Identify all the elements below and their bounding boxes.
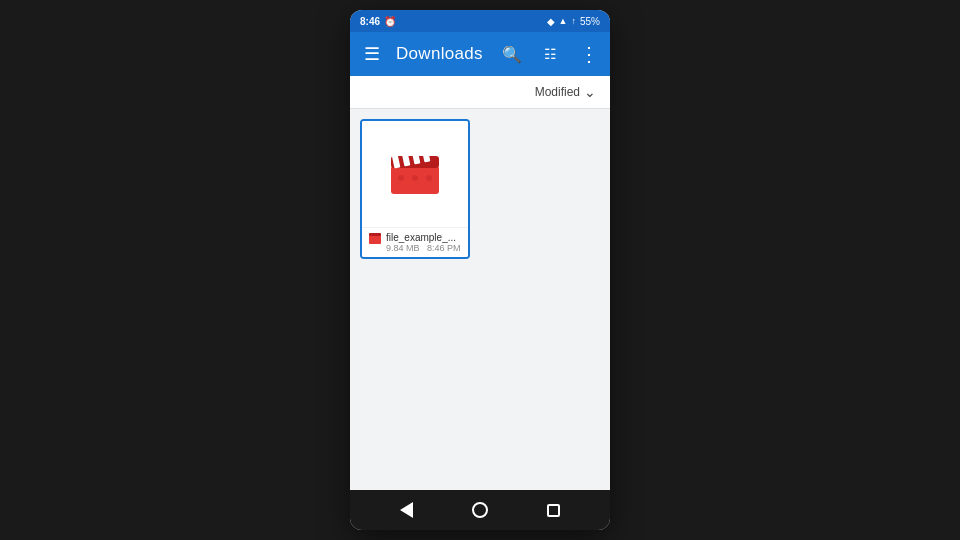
- more-vert-icon[interactable]: ⋮: [576, 42, 600, 66]
- file-details: file_example_... 9.84 MB 8:46 PM: [386, 232, 461, 253]
- file-thumbnail: [362, 121, 468, 227]
- alarm-icon: ⏰: [384, 16, 396, 27]
- content-area: file_example_... 9.84 MB 8:46 PM: [350, 109, 610, 490]
- page-title: Downloads: [396, 44, 488, 64]
- file-item[interactable]: file_example_... 9.84 MB 8:46 PM: [360, 119, 470, 259]
- chevron-down-icon[interactable]: ⌄: [584, 84, 596, 100]
- file-grid: file_example_... 9.84 MB 8:46 PM: [360, 119, 600, 259]
- file-meta: 9.84 MB 8:46 PM: [386, 243, 461, 253]
- svg-point-6: [398, 175, 404, 181]
- svg-rect-10: [369, 233, 381, 236]
- recent-apps-button[interactable]: [535, 492, 571, 528]
- status-bar-right: ◆ ▲ ↑ 55%: [547, 16, 600, 27]
- svg-rect-9: [369, 235, 381, 244]
- phone-container: 8:46 ⏰ ◆ ▲ ↑ 55% ☰ Downloads 🔍 ☷ ⋮ Modif…: [350, 10, 610, 530]
- search-icon[interactable]: 🔍: [500, 42, 524, 66]
- file-info: file_example_... 9.84 MB 8:46 PM: [362, 227, 468, 257]
- status-bar-left: 8:46 ⏰: [360, 16, 396, 27]
- sort-bar: Modified ⌄: [350, 76, 610, 109]
- nav-bar: [350, 490, 610, 530]
- battery-icon: 55%: [580, 16, 600, 27]
- wifi-icon: ◆: [547, 16, 555, 27]
- app-bar: ☰ Downloads 🔍 ☷ ⋮: [350, 32, 610, 76]
- svg-point-7: [412, 175, 418, 181]
- back-button[interactable]: [389, 492, 425, 528]
- upload-icon: ↑: [571, 16, 576, 26]
- video-file-icon: [389, 152, 441, 196]
- sort-label[interactable]: Modified: [535, 85, 580, 99]
- menu-icon[interactable]: ☰: [360, 42, 384, 66]
- svg-point-8: [426, 175, 432, 181]
- file-name: file_example_...: [386, 232, 461, 243]
- signal-icon: ▲: [559, 16, 568, 26]
- app-bar-icons: 🔍 ☷ ⋮: [500, 42, 600, 66]
- view-list-icon[interactable]: ☷: [538, 42, 562, 66]
- home-button[interactable]: [462, 492, 498, 528]
- file-type-icon: [368, 232, 382, 246]
- time-display: 8:46: [360, 16, 380, 27]
- status-bar: 8:46 ⏰ ◆ ▲ ↑ 55%: [350, 10, 610, 32]
